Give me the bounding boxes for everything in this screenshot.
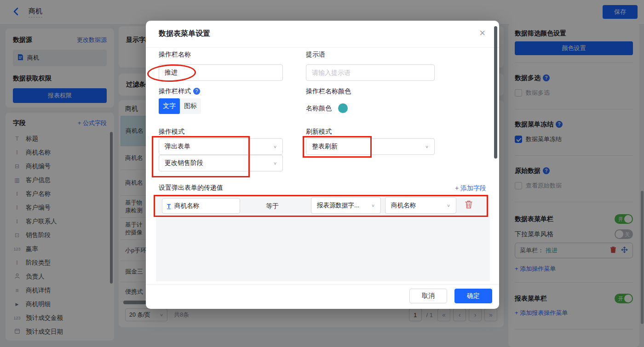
name-color-label: 操作栏名称颜色 [306, 87, 351, 96]
tip-input[interactable] [306, 64, 435, 81]
operation-mode-label: 操作模式 [159, 128, 184, 136]
name-color-row: 名称颜色 [306, 103, 348, 113]
source-type-value: 报表源数据字... [317, 201, 359, 210]
transfer-field-value[interactable] [174, 203, 225, 210]
refresh-mode-select[interactable]: 整表刷新∨ [306, 138, 435, 155]
tab-text[interactable]: 文字 [159, 98, 180, 114]
add-field-link[interactable]: + 添加字段 [455, 184, 486, 193]
chevron-down-icon: ∨ [273, 144, 277, 149]
operation-mode-select[interactable]: 弹出表单∨ [159, 138, 283, 155]
modal-scrollbar[interactable] [494, 26, 497, 159]
ok-button[interactable]: 确定 [454, 289, 492, 303]
action-name-label: 操作栏名称 [159, 51, 191, 59]
action-name-input[interactable] [159, 64, 283, 81]
table-menu-settings-modal: 数据表菜单设置 × 操作栏名称 提示语 操作栏样式? 文字 图标 操作栏名称颜色… [146, 21, 499, 309]
chevron-down-icon: ∨ [425, 144, 429, 149]
source-field-value: 商机名称 [391, 201, 416, 210]
operation-mode-value: 弹出表单 [165, 142, 190, 151]
cancel-button[interactable]: 取消 [409, 289, 447, 303]
text-field-icon: T [167, 203, 171, 210]
chevron-down-icon: ∨ [371, 203, 375, 208]
tip-label: 提示语 [306, 51, 325, 59]
action-style-label: 操作栏样式? [159, 87, 200, 96]
refresh-mode-value: 整表刷新 [312, 142, 338, 151]
source-field-select[interactable]: 商机名称∨ [385, 197, 456, 214]
transfer-field-input[interactable]: T [162, 198, 240, 214]
refresh-mode-label: 刷新模式 [306, 128, 332, 136]
close-icon[interactable]: × [479, 27, 485, 39]
delete-row-trash-icon[interactable] [465, 200, 473, 211]
operation-submode-value: 更改销售阶段 [165, 159, 203, 167]
transfer-values-panel: T 等于 报表源数据字...∨ 商机名称∨ [156, 195, 490, 281]
source-type-select[interactable]: 报表源数据字...∨ [311, 197, 381, 214]
chevron-down-icon: ∨ [273, 161, 277, 165]
help-icon[interactable]: ? [193, 88, 200, 95]
modal-title: 数据表菜单设置 [159, 29, 210, 39]
divider [146, 284, 499, 284]
transfer-values-label: 设置弹出表单的传递值 [159, 184, 223, 192]
operator-label: 等于 [266, 202, 279, 210]
tab-icon[interactable]: 图标 [180, 98, 201, 114]
action-style-tabs: 文字 图标 [159, 98, 201, 114]
divider [146, 47, 499, 48]
operation-submode-select[interactable]: 更改销售阶段∨ [159, 155, 283, 171]
name-color-text: 名称颜色 [306, 104, 332, 113]
color-swatch[interactable] [338, 103, 348, 113]
chevron-down-icon: ∨ [447, 203, 450, 208]
